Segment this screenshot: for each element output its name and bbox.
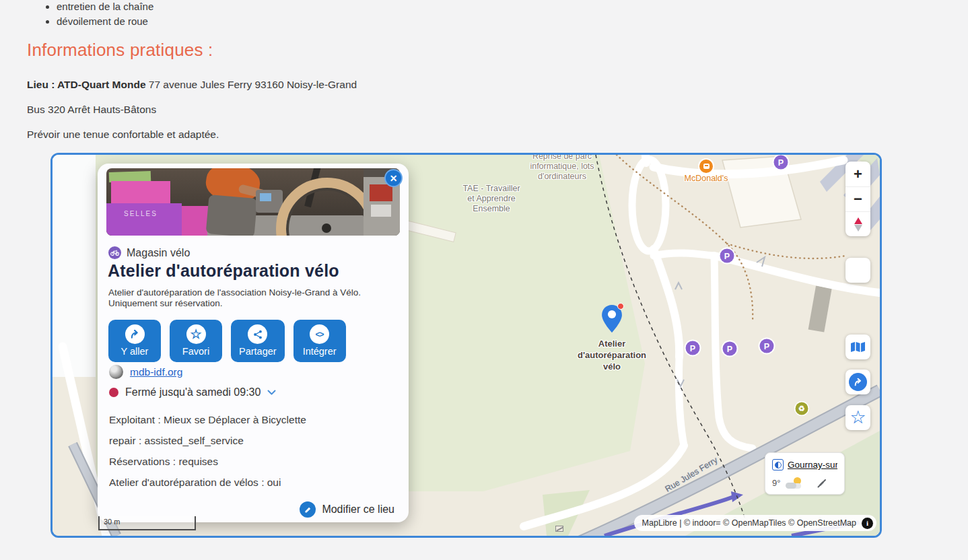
attribute-operator: Exploitant : Mieux se Déplacer à Bicycle… [109,414,306,426]
wind-off-icon [817,478,827,489]
map-label-atelier: Atelier d'autoréparation vélo [565,338,659,372]
map-widget[interactable]: Reprise de parc informatique, lots d'ord… [50,153,882,538]
code-icon: <> [310,324,329,344]
parking-icon[interactable]: P [774,155,788,170]
recycling-icon[interactable]: ♻ [796,403,808,415]
share-button[interactable]: Partager [231,320,285,362]
attribute-workshop: Atelier d'autoréparation de vélos : oui [109,477,281,489]
pencil-icon [300,501,316,518]
close-icon[interactable]: ✕ [384,169,403,187]
edit-place-button[interactable]: Modifier ce lieu [300,501,394,518]
map-attribution: MapLibre | © indoor= © OpenMapTiles © Op… [634,515,876,531]
weather-widget[interactable]: Gournay-sur- 9° [765,452,845,495]
map-label-reprise: Reprise de parc informatique, lots d'ord… [508,153,616,182]
directions-button[interactable] [845,370,870,394]
bicycle-icon [108,246,121,259]
map-label-tae: TAE - Travailler et Apprendre Ensemble [444,184,539,214]
location-address: 77 avenue Jules Ferry 93160 Noisy-le-Gra… [146,79,357,90]
sun-cloud-icon [786,477,803,489]
chevron-down-icon [267,390,276,395]
parking-icon[interactable]: P [686,341,700,355]
bullet-list: entretien de la chaîne dévoilement de ro… [57,1,153,31]
go-button[interactable]: Y aller [108,320,161,362]
directions-arrow-icon [125,324,145,344]
outfit-line: Prévoir une tenue confortable et adaptée… [27,129,219,141]
edit-place-label: Modifier ce lieu [322,503,394,516]
photo-box-label: SELLES [124,210,158,217]
compass-icon [854,217,862,232]
map-pin[interactable] [602,305,622,335]
temperature: 9° [772,478,780,488]
closed-dot-icon [109,388,118,397]
mcdonalds-icon[interactable] [699,160,713,173]
list-item: dévoilement de roue [57,16,153,26]
favorite-label: Favori [182,346,209,357]
section-heading: Informations pratiques : [27,40,213,61]
zoom-in-button[interactable]: + [845,162,870,186]
globe-icon [109,365,123,379]
favorite-button[interactable]: ☆ Favori [170,320,222,362]
directions-arrow-icon [849,373,867,391]
scale-bar: 30 m [98,516,196,530]
zoom-out-button[interactable]: − [845,186,870,211]
map-label-mcdonalds: McDonald's [685,174,728,183]
blank-control-button[interactable] [845,258,870,283]
zoom-controls[interactable]: + − [845,162,870,236]
city-logo-icon [772,459,784,470]
share-icon [248,324,267,344]
website-link[interactable]: mdb-idf.org [130,366,182,378]
layers-button[interactable] [845,335,870,359]
compass-button[interactable] [845,211,870,236]
opening-status[interactable]: Fermé jusqu'à samedi 09:30 [109,386,276,398]
location-line: Lieu : ATD-Quart Monde 77 avenue Jules F… [27,79,357,91]
attribution-text[interactable]: MapLibre | © indoor= © OpenMapTiles © Op… [642,518,856,528]
folded-map-icon [850,341,866,353]
place-title: Atelier d'autoréparation vélo [108,261,339,281]
gate-icon [555,526,563,532]
info-icon[interactable]: i [862,518,873,529]
share-label: Partager [239,346,277,357]
action-bar: Y aller ☆ Favori Partager <> Intégrer [108,320,346,362]
embed-button[interactable]: <> Intégrer [293,320,346,362]
place-photo[interactable]: SELLES [106,168,400,236]
bus-line: Bus 320 Arrêt Hauts-Bâtons [27,104,156,116]
city-link[interactable]: Gournay-sur- [788,460,837,470]
parking-icon[interactable]: P [720,249,734,263]
list-item: entretien de la chaîne [57,1,153,11]
place-popup: SELLES ✕ Magasin vélo Atelier d'autorépa… [98,164,409,522]
location-label: Lieu : ATD-Quart Monde [27,79,146,90]
attribute-repair: repair : assisted_self_service [109,435,244,447]
star-icon: ☆ [186,324,206,344]
parking-icon[interactable]: P [760,339,774,353]
place-category: Magasin vélo [127,247,190,259]
parking-icon[interactable]: P [723,342,737,356]
attribute-reservations: Réservations : requises [109,456,218,468]
go-label: Y aller [121,346,149,357]
status-text: Fermé jusqu'à samedi 09:30 [125,386,261,398]
pin-notification-dot [617,303,624,310]
place-description: Atelier d'autoréparation de l'associatio… [108,287,398,309]
favorites-button[interactable]: ☆ [845,405,870,430]
embed-label: Intégrer [303,346,337,357]
